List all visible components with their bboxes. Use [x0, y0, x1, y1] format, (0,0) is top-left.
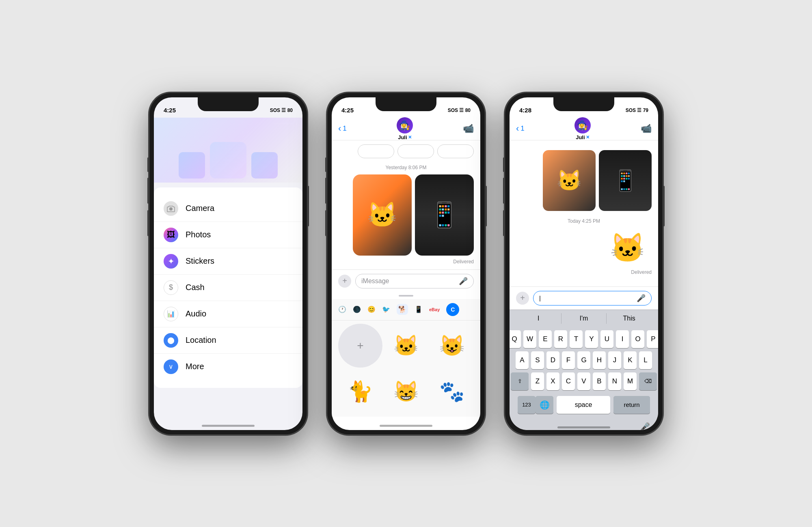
- key-l[interactable]: L: [639, 351, 652, 369]
- home-indicator-3: [557, 426, 610, 428]
- menu-item-audio[interactable]: 📊 Audio: [154, 301, 302, 327]
- cat-image-content-1: 🐱: [353, 174, 412, 256]
- blurred-thumb-2: [210, 142, 246, 179]
- globe-key[interactable]: 🌐: [536, 396, 553, 414]
- app-icon-phone[interactable]: 📱: [415, 305, 423, 313]
- key-r[interactable]: R: [554, 330, 567, 348]
- back-button-3[interactable]: ‹ 1: [516, 124, 525, 133]
- app-icon-pet[interactable]: 🐕: [397, 304, 408, 315]
- phone-3: 4:28 SOS ☰ 79 ‹ 1 🧙‍♀️ Juli ✕ 📹: [505, 92, 663, 435]
- sticker-cat-1[interactable]: 🐱: [384, 324, 428, 368]
- key-shift[interactable]: ⇧: [511, 372, 529, 390]
- menu-label-more: More: [186, 362, 204, 371]
- plus-button-3[interactable]: +: [516, 292, 529, 305]
- pill-1: [358, 144, 394, 158]
- contact-info-2[interactable]: 🧙‍♀️ Juli ✕: [397, 117, 413, 140]
- key-s[interactable]: S: [531, 351, 544, 369]
- message-input-bar-2: + iMessage 🎤: [332, 269, 480, 293]
- key-a[interactable]: A: [516, 351, 529, 369]
- audio-icon: 📊: [164, 307, 178, 321]
- prediction-im[interactable]: I'm: [561, 313, 607, 324]
- key-z[interactable]: Z: [531, 372, 544, 390]
- key-u[interactable]: U: [600, 330, 613, 348]
- video-call-button-2[interactable]: 📹: [463, 123, 474, 134]
- key-n[interactable]: N: [608, 372, 621, 390]
- message-input-3[interactable]: | 🎤: [533, 291, 652, 305]
- photos-icon: 🖼: [164, 228, 178, 242]
- key-w[interactable]: W: [523, 330, 536, 348]
- cat-img-3-2: 📱: [599, 150, 652, 211]
- video-call-button-3[interactable]: 📹: [641, 123, 652, 134]
- sticker-cat-2[interactable]: 😺: [430, 324, 474, 368]
- menu-item-photos[interactable]: 🖼 Photos: [154, 222, 302, 248]
- sticker-add-button[interactable]: +: [338, 324, 382, 368]
- key-c[interactable]: C: [562, 372, 575, 390]
- key-m[interactable]: M: [624, 372, 637, 390]
- key-h[interactable]: H: [593, 351, 606, 369]
- key-f[interactable]: F: [562, 351, 575, 369]
- sticker-cat-3[interactable]: 🐈: [338, 369, 382, 413]
- menu-item-more[interactable]: ∨ More: [154, 354, 302, 380]
- key-delete[interactable]: ⌫: [639, 372, 657, 390]
- menu-item-camera[interactable]: Camera: [154, 196, 302, 222]
- prediction-this[interactable]: This: [607, 313, 652, 324]
- key-x[interactable]: X: [546, 372, 559, 390]
- input-placeholder-2: iMessage: [361, 277, 389, 285]
- key-t[interactable]: T: [570, 330, 583, 348]
- svg-point-0: [169, 207, 173, 211]
- key-j[interactable]: J: [608, 351, 621, 369]
- back-button-2[interactable]: ‹ 1: [338, 124, 347, 133]
- prediction-i[interactable]: I: [516, 313, 561, 324]
- menu-label-location: Location: [186, 336, 216, 345]
- key-row-1: Q W E R T Y U I O P: [511, 330, 657, 348]
- app-icon-row-2: 🕐 🌑 😊 🐦 🐕 📱 eBay C: [332, 299, 480, 321]
- keyboard-mic-icon[interactable]: 🎤: [640, 422, 650, 430]
- app-icon-emoji[interactable]: 😊: [367, 305, 376, 313]
- cash-icon: $: [164, 280, 178, 295]
- key-e[interactable]: E: [539, 330, 552, 348]
- key-d[interactable]: D: [546, 351, 559, 369]
- back-arrow-icon-3: ‹: [516, 124, 519, 133]
- menu-label-stickers: Stickers: [186, 256, 214, 266]
- menu-label-camera: Camera: [186, 204, 214, 213]
- mic-icon-2: 🎤: [459, 277, 468, 286]
- key-k[interactable]: K: [624, 351, 637, 369]
- key-g[interactable]: G: [577, 351, 590, 369]
- key-o[interactable]: O: [631, 330, 644, 348]
- nav-bar-2: ‹ 1 🧙‍♀️ Juli ✕ 📹: [332, 118, 480, 140]
- contact-name-3: Juli ✕: [576, 134, 589, 140]
- key-row-3: ⇧ Z X C V B N M ⌫: [511, 372, 657, 390]
- location-icon: ⬤: [164, 333, 178, 348]
- space-key[interactable]: space: [557, 396, 610, 414]
- plus-button-2[interactable]: +: [338, 275, 351, 288]
- phone-2: 4:25 SOS ☰ 80 ‹ 1 🧙‍♀️ Juli ✕ 📹: [327, 92, 485, 435]
- return-key[interactable]: return: [613, 396, 650, 414]
- menu-item-cash[interactable]: $ Cash: [154, 275, 302, 301]
- phone3-message-images: 🐱 📱: [516, 150, 652, 211]
- key-q[interactable]: Q: [510, 330, 521, 348]
- key-123[interactable]: 123: [518, 396, 536, 414]
- app-icon-moon[interactable]: 🌑: [353, 305, 361, 313]
- app-icon-twitter[interactable]: 🐦: [382, 305, 390, 313]
- menu-item-location[interactable]: ⬤ Location: [154, 327, 302, 354]
- app-icon-recent[interactable]: 🕐: [338, 305, 346, 313]
- app-icon-c[interactable]: C: [446, 303, 459, 316]
- cat-img-3-1: 🐱: [543, 150, 596, 211]
- sticker-cat-5[interactable]: 🐾: [430, 369, 474, 413]
- key-p[interactable]: P: [647, 330, 658, 348]
- contact-info-3[interactable]: 🧙‍♀️ Juli ✕: [574, 117, 591, 140]
- message-input-2[interactable]: iMessage 🎤: [355, 274, 474, 288]
- key-b[interactable]: B: [593, 372, 606, 390]
- keyboard-bottom-row: 123 🌐 space return: [511, 394, 657, 416]
- message-input-bar-3: + | 🎤: [510, 286, 658, 310]
- sticker-cat-4[interactable]: 😸: [384, 369, 428, 413]
- menu-item-stickers[interactable]: ✦ Stickers: [154, 248, 302, 275]
- app-icon-ebay[interactable]: eBay: [429, 307, 440, 312]
- contact-avatar-3: 🧙‍♀️: [574, 117, 591, 133]
- key-v[interactable]: V: [577, 372, 590, 390]
- key-i[interactable]: I: [616, 330, 629, 348]
- keyboard: Q W E R T Y U I O P A S D F G: [510, 327, 658, 419]
- prediction-bar: I I'm This: [510, 310, 658, 327]
- key-y[interactable]: Y: [585, 330, 598, 348]
- blurred-thumb-1: [179, 152, 205, 179]
